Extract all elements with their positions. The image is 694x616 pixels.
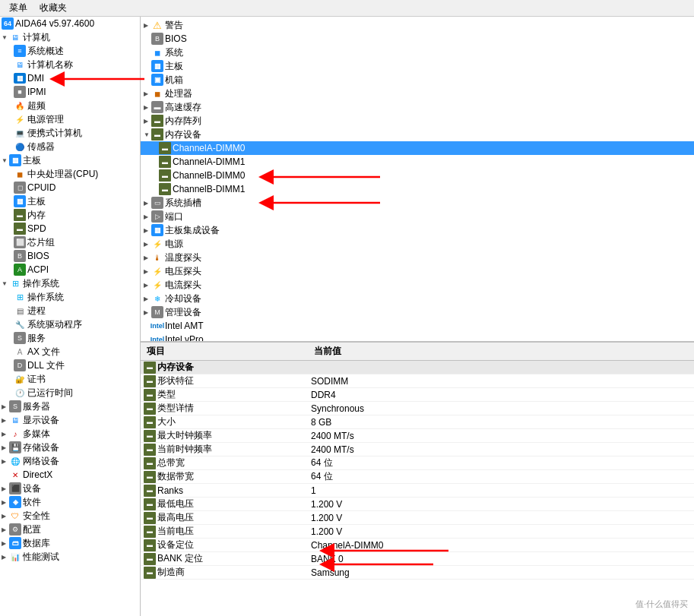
sidebar-item-sysdriver[interactable]: 🔧 系统驱动程序	[0, 317, 140, 331]
right-item-cool[interactable]: ▶ ❄ 冷却设备	[141, 292, 694, 305]
chip-icon: ⬜	[14, 236, 26, 248]
right-item-cache[interactable]: ▶ ▬ 高速缓存	[141, 100, 694, 114]
sidebar-item-db[interactable]: ▶ 🗃 数据库	[0, 536, 140, 550]
dmi-icon: ▦	[14, 73, 26, 84]
expand-storage: ▶	[2, 444, 9, 451]
right-item-mem-dev[interactable]: ▼ ▬ 内存设备	[141, 128, 694, 141]
sidebar-item-server[interactable]: ▶ S 服务器	[0, 400, 140, 413]
sidebar-item-config[interactable]: ▶ ⚙ 配置	[0, 523, 140, 536]
sidebar-item-memory[interactable]: ▬ 内存	[0, 208, 140, 222]
details-row-bank-loc[interactable]: ▬ BANK 定位 BANK 0	[141, 552, 694, 566]
right-item-intel-vpro[interactable]: Intel Intel vPro	[141, 333, 694, 343]
right-item-processor[interactable]: ▶ ◼ 处理器	[141, 87, 694, 100]
dev-icon: ⬛	[9, 482, 21, 494]
app-version[interactable]: 64 AIDA64 v5.97.4600	[0, 17, 140, 30]
expand-software: ▶	[2, 499, 9, 506]
right-item-ch-a-dimm1[interactable]: ▬ ChannelA-DIMM1	[141, 155, 694, 169]
dll-icon: D	[14, 359, 26, 371]
sidebar-item-ax[interactable]: A AX 文件	[0, 345, 140, 359]
sidebar-item-spd[interactable]: ▬ SPD	[0, 222, 140, 235]
sidebar-item-directx[interactable]: ✕ DirectX	[0, 468, 140, 482]
sidebar-item-os2[interactable]: ⊞ 操作系统	[0, 290, 140, 304]
sidebar-item-acpi[interactable]: A ACPI	[0, 263, 140, 276]
right-item-ch-b-dimm1[interactable]: ▬ ChannelB-DIMM1	[141, 182, 694, 196]
details-row-max-clock[interactable]: ▬ 最大时钟频率 2400 MT/s	[141, 429, 694, 443]
details-row-min-volt[interactable]: ▬ 最低电压 1.200 V	[141, 498, 694, 511]
memd-icon: ▬	[151, 128, 163, 141]
details-row-device-loc[interactable]: ▬ 设备定位 ChannelA-DIMM0	[141, 539, 694, 552]
sidebar-item-power[interactable]: ⚡ 电源管理	[0, 112, 140, 126]
right-item-pwr[interactable]: ▶ ⚡ 电源	[141, 237, 694, 251]
details-row-size[interactable]: ▬ 大小 8 GB	[141, 415, 694, 429]
details-row-cur-clock[interactable]: ▬ 当前时钟频率 2400 MT/s	[141, 443, 694, 456]
sidebar-item-portable[interactable]: 💻 便携式计算机	[0, 126, 140, 140]
right-item-bios[interactable]: B BIOS	[141, 32, 694, 46]
sidebar-item-dll[interactable]: D DLL 文件	[0, 359, 140, 372]
cpu-icon: ◼	[14, 168, 26, 180]
sidebar-item-sensor[interactable]: 🔵 传感器	[0, 140, 140, 153]
sidebar-item-overview[interactable]: ≡ 系统概述	[0, 44, 140, 58]
menu-item-menu[interactable]: 菜单	[3, 0, 33, 16]
right-item-volt[interactable]: ▶ ⚡ 电压探头	[141, 264, 694, 278]
sidebar-item-display[interactable]: ▶ 🖥 显示设备	[0, 413, 140, 427]
menu-item-favorites[interactable]: 收藏夹	[33, 0, 73, 16]
sidebar-item-cpu[interactable]: ◼ 中央处理器(CPU)	[0, 167, 140, 181]
sidebar-item-cpuid[interactable]: ◻ CPUID	[0, 181, 140, 194]
details-row-cur-volt[interactable]: ▬ 当前电压 1.200 V	[141, 525, 694, 539]
right-item-mem-slot[interactable]: ▶ ▭ 系统插槽	[141, 196, 694, 210]
sidebar-item-process[interactable]: ▤ 进程	[0, 304, 140, 317]
right-item-ch-b-dimm0[interactable]: ▬ ChannelB-DIMM0	[141, 169, 694, 182]
right-item-system[interactable]: ◼ 系统	[141, 46, 694, 59]
details-row-data-bw[interactable]: ▬ 数据带宽 64 位	[141, 470, 694, 484]
bios2-icon: B	[151, 33, 163, 45]
sidebar-item-services[interactable]: S 服务	[0, 331, 140, 345]
row-icon-5: ▬	[144, 444, 156, 456]
right-item-warning[interactable]: ▶ ⚠ 警告	[141, 18, 694, 32]
details-row-form-factor[interactable]: ▬ 形状特征 SODIMM	[141, 374, 694, 388]
right-item-chassis[interactable]: ▣ 机箱	[141, 73, 694, 87]
details-row-type-detail[interactable]: ▬ 类型详情 Synchronous	[141, 402, 694, 415]
app-version-label: AIDA64 v5.97.4600	[15, 18, 94, 29]
details-row-manufacturer[interactable]: ▬ 制造商 Samsung	[141, 566, 694, 580]
details-row-max-volt[interactable]: ▬ 最高电压 1.200 V	[141, 511, 694, 525]
sidebar-item-device[interactable]: ▶ ⬛ 设备	[0, 482, 140, 495]
right-item-mgmt[interactable]: ▶ M 管理设备	[141, 305, 694, 319]
ram-icon: ▬	[14, 209, 26, 221]
right-item-mb[interactable]: ▦ 主板	[141, 59, 694, 73]
right-item-temp[interactable]: ▶ 🌡 温度探头	[141, 251, 694, 264]
sidebar-item-multimedia[interactable]: ▶ ♪ 多媒体	[0, 427, 140, 441]
sidebar-item-os-group[interactable]: ▼ ⊞ 操作系统	[0, 276, 140, 290]
right-item-intel-amt[interactable]: Intel Intel AMT	[141, 319, 694, 333]
sidebar-item-computer-name[interactable]: 🖥 计算机名称	[0, 58, 140, 71]
right-item-ch-a-dimm0[interactable]: ▬ ChannelA-DIMM0	[141, 141, 694, 155]
sidebar-item-cert[interactable]: 🔐 证书	[0, 372, 140, 386]
sidebar-item-dmi[interactable]: ▦ DMI	[0, 71, 140, 85]
sidebar-item-storage[interactable]: ▶ 💾 存储设备	[0, 441, 140, 454]
expand-perf: ▶	[2, 554, 9, 561]
sidebar-item-network[interactable]: ▶ 🌐 网络设备	[0, 454, 140, 468]
sidebar-item-chipset[interactable]: ⬜ 芯片组	[0, 235, 140, 249]
cert-icon: 🔐	[14, 373, 26, 385]
sidebar-item-runtime[interactable]: 🕐 已运行时间	[0, 386, 140, 400]
pwr-icon: ⚡	[151, 238, 163, 250]
sidebar-item-bios[interactable]: B BIOS	[0, 249, 140, 263]
sidebar-item-perf[interactable]: ▶ 📊 性能测试	[0, 550, 140, 564]
expand-server: ▶	[2, 403, 9, 410]
right-item-mem-array[interactable]: ▶ ▬ 内存阵列	[141, 114, 694, 128]
disp-icon: 🖥	[9, 414, 21, 426]
expand-computer: ▼	[2, 34, 9, 41]
details-row-total-bw[interactable]: ▬ 总带宽 64 位	[141, 456, 694, 470]
sidebar-item-overclock[interactable]: 🔥 超频	[0, 99, 140, 112]
details-row-ranks[interactable]: ▬ Ranks 1	[141, 484, 694, 498]
sidebar-item-software[interactable]: ▶ ◈ 软件	[0, 495, 140, 509]
details-row-type[interactable]: ▬ 类型 DDR4	[141, 388, 694, 402]
sidebar-item-computer[interactable]: ▼ 🖥 计算机	[0, 30, 140, 44]
sidebar-item-ipmi[interactable]: ■ IPMI	[0, 85, 140, 99]
sidebar-item-mb2[interactable]: ▦ 主板	[0, 194, 140, 208]
sidebar-item-security[interactable]: ▶ 🛡 安全性	[0, 509, 140, 523]
sidebar-item-motherboard[interactable]: ▼ ▦ 主板	[0, 153, 140, 167]
right-item-mb-int[interactable]: ▶ ▦ 主板集成设备	[141, 223, 694, 237]
row-icon-11: ▬	[144, 526, 156, 538]
right-item-port[interactable]: ▶ ▷ 端口	[141, 210, 694, 223]
right-item-curr[interactable]: ▶ ⚡ 电流探头	[141, 278, 694, 292]
